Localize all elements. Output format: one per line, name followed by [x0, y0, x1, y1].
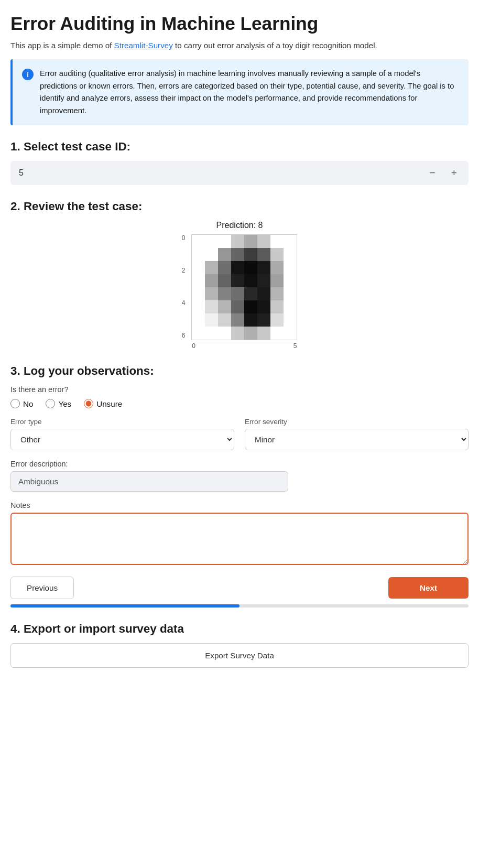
pixel-cell: [192, 274, 205, 287]
navigation-row: Previous Next: [10, 577, 469, 599]
pixel-cell: [270, 274, 284, 287]
pixel-cell: [218, 274, 231, 287]
export-button[interactable]: Export Survey Data: [10, 643, 469, 668]
page-title: Error Auditing in Machine Learning: [10, 13, 469, 35]
pixel-cell: [284, 235, 297, 248]
pixel-cell: [257, 261, 270, 274]
radio-yes[interactable]: Yes: [46, 399, 71, 408]
pixel-cell: [218, 248, 231, 261]
pixel-cell: [284, 274, 297, 287]
pixel-cell: [270, 261, 284, 274]
y-axis: 0 2 4 6: [182, 234, 188, 339]
streamlit-survey-link[interactable]: Streamlit-Survey: [114, 41, 173, 50]
pixel-cell: [231, 313, 244, 327]
pixel-cell: [218, 261, 231, 274]
pixel-cell: [205, 261, 218, 274]
progress-bar-fill: [10, 604, 240, 607]
error-description-group: Error description:: [10, 460, 469, 492]
section2-title: 2. Review the test case:: [10, 200, 469, 213]
pixel-cell: [218, 287, 231, 300]
pixel-cell: [205, 300, 218, 313]
error-question-section: Is there an error? No Yes Unsure: [10, 385, 469, 408]
pixel-cell: [270, 300, 284, 313]
dropdowns-row: Error type Other Misclassification Ambig…: [10, 418, 469, 450]
pixel-cell: [231, 261, 244, 274]
chart-container: 0 5: [191, 234, 297, 350]
pixel-cell: [231, 327, 244, 340]
increment-button[interactable]: +: [448, 166, 460, 180]
pixel-cell: [205, 235, 218, 248]
chart-title: Prediction: 8: [216, 221, 263, 230]
pixel-cell: [284, 313, 297, 327]
pixel-grid: [191, 234, 297, 340]
pixel-cell: [205, 327, 218, 340]
error-type-select[interactable]: Other Misclassification Ambiguous Low co…: [10, 429, 234, 450]
pixel-cell: [270, 248, 284, 261]
pixel-cell: [218, 313, 231, 327]
pixel-cell: [231, 274, 244, 287]
section3-title: 3. Log your observations:: [10, 364, 469, 378]
pixel-cell: [257, 235, 270, 248]
pixel-cell: [257, 327, 270, 340]
pixel-cell: [244, 261, 257, 274]
error-description-input[interactable]: [10, 471, 288, 492]
radio-unsure-input[interactable]: [84, 399, 93, 408]
pixel-cell: [192, 248, 205, 261]
pixel-cell: [284, 300, 297, 313]
pixel-cell: [284, 248, 297, 261]
pixel-cell: [218, 235, 231, 248]
pixel-cell: [231, 248, 244, 261]
pixel-cell: [257, 300, 270, 313]
progress-bar-container: [10, 604, 469, 607]
pixel-cell: [192, 261, 205, 274]
pixel-cell: [244, 235, 257, 248]
radio-yes-input[interactable]: [46, 399, 55, 408]
pixel-cell: [244, 287, 257, 300]
notes-group: Notes: [10, 501, 469, 567]
info-box: i Error auditing (qualitative error anal…: [10, 59, 469, 125]
error-type-group: Error type Other Misclassification Ambig…: [10, 418, 234, 450]
error-severity-group: Error severity Minor Moderate Major Crit…: [245, 418, 469, 450]
pixel-cell: [205, 248, 218, 261]
error-question-label: Is there an error?: [10, 385, 469, 394]
notes-textarea[interactable]: [10, 513, 469, 565]
next-button[interactable]: Next: [388, 577, 469, 599]
pixel-cell: [270, 235, 284, 248]
error-type-label: Error type: [10, 418, 234, 426]
pixel-cell: [205, 287, 218, 300]
radio-unsure[interactable]: Unsure: [84, 399, 122, 408]
pixel-cell: [270, 327, 284, 340]
pixel-cell: [244, 274, 257, 287]
pixel-cell: [231, 300, 244, 313]
pixel-cell: [205, 274, 218, 287]
notes-label: Notes: [10, 501, 469, 509]
test-case-id-input: 5 − +: [10, 161, 469, 185]
pixel-cell: [244, 327, 257, 340]
pixel-cell: [257, 313, 270, 327]
pixel-cell: [244, 248, 257, 261]
pixel-cell: [284, 261, 297, 274]
pixel-cell: [244, 313, 257, 327]
pixel-cell: [257, 287, 270, 300]
chart-area: Prediction: 8 0 2 4 6 0 5: [10, 221, 469, 350]
test-case-id-value: 5: [19, 168, 24, 178]
radio-no[interactable]: No: [10, 399, 33, 408]
pixel-cell: [231, 287, 244, 300]
page-subtitle: This app is a simple demo of Streamlit-S…: [10, 41, 469, 50]
error-severity-label: Error severity: [245, 418, 469, 426]
pixel-cell: [192, 287, 205, 300]
previous-button[interactable]: Previous: [10, 577, 74, 599]
number-controls: − +: [427, 166, 460, 180]
pixel-cell: [218, 300, 231, 313]
chart-wrapper: 0 2 4 6 0 5: [182, 234, 298, 350]
pixel-cell: [270, 287, 284, 300]
radio-no-input[interactable]: [10, 399, 20, 408]
pixel-cell: [257, 274, 270, 287]
export-section: 4. Export or import survey data Export S…: [10, 622, 469, 668]
pixel-cell: [205, 313, 218, 327]
pixel-cell: [192, 235, 205, 248]
pixel-cell: [284, 327, 297, 340]
error-severity-select[interactable]: Minor Moderate Major Critical: [245, 429, 469, 450]
pixel-cell: [231, 235, 244, 248]
decrement-button[interactable]: −: [427, 166, 439, 180]
